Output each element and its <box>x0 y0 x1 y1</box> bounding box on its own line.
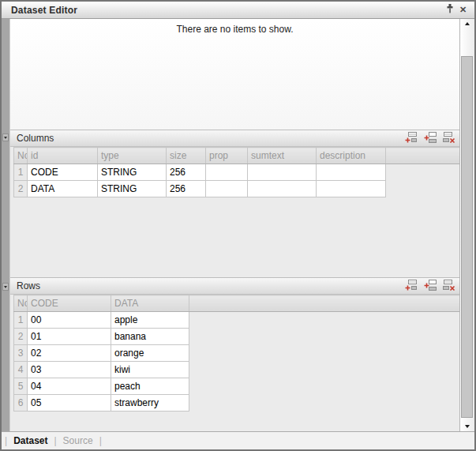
cell[interactable] <box>317 164 386 181</box>
vertical-scrollbar[interactable] <box>459 19 474 431</box>
header-filler <box>386 148 460 164</box>
add-row-icon <box>405 132 418 145</box>
cell[interactable]: DATA <box>28 181 98 197</box>
scroll-up-button[interactable] <box>460 22 474 25</box>
add-row-icon <box>405 280 418 293</box>
cell[interactable] <box>206 181 248 197</box>
row-filler <box>189 345 460 362</box>
cell[interactable]: 05 <box>28 395 111 412</box>
cell[interactable]: apple <box>111 312 189 329</box>
columns-section-header: Columns <box>10 130 459 147</box>
tab-source[interactable]: Source <box>63 435 93 446</box>
cell[interactable] <box>317 181 386 197</box>
rows-grid-wrap: NoCODEDATA 100apple201banana302orange403… <box>13 295 459 412</box>
column-header[interactable]: sumtext <box>248 148 317 164</box>
left-gutter <box>2 19 10 431</box>
header-filler <box>189 295 460 312</box>
cell[interactable]: peach <box>111 378 189 395</box>
table-row[interactable]: 100apple <box>14 312 460 329</box>
cell[interactable]: kiwi <box>111 362 189 378</box>
main-panel: There are no items to show. Columns <box>10 19 459 431</box>
row-number: 4 <box>14 362 28 378</box>
tab-separator: | <box>99 435 102 446</box>
cell[interactable]: STRING <box>98 164 167 181</box>
bottom-tab-bar: | Dataset | Source | <box>2 431 474 449</box>
chevron-down-icon <box>4 137 7 139</box>
column-header[interactable]: id <box>28 148 98 164</box>
cell[interactable]: strawberry <box>111 395 189 412</box>
add-row-button[interactable] <box>404 280 418 292</box>
insert-row-button[interactable] <box>423 133 437 145</box>
table-row[interactable]: 403kiwi <box>14 362 460 378</box>
add-row-button[interactable] <box>404 133 418 145</box>
columns-header-row: Noidtypesizepropsumtextdescription <box>14 148 460 164</box>
table-row[interactable]: 302orange <box>14 345 460 362</box>
cell[interactable]: 04 <box>28 378 111 395</box>
cell[interactable]: CODE <box>28 164 98 181</box>
delete-row-button[interactable] <box>442 280 455 292</box>
cell[interactable]: 02 <box>28 345 111 362</box>
tab-separator: | <box>5 435 7 446</box>
columns-grid-wrap: Noidtypesizepropsumtextdescription 1CODE… <box>13 147 459 197</box>
table-row[interactable]: 2DATASTRING256 <box>14 181 460 197</box>
column-header[interactable]: prop <box>206 148 248 164</box>
column-header[interactable]: No <box>14 295 28 312</box>
row-filler <box>189 378 460 395</box>
cell[interactable]: 00 <box>28 312 111 329</box>
table-row[interactable]: 201banana <box>14 329 460 345</box>
scroll-up-icon <box>465 22 470 25</box>
row-filler <box>189 329 460 345</box>
rows-table: NoCODEDATA 100apple201banana302orange403… <box>13 295 459 412</box>
tab-separator: | <box>54 435 56 446</box>
close-icon: ✕ <box>459 6 467 14</box>
insert-row-icon <box>424 280 437 293</box>
scrollbar-thumb[interactable] <box>461 56 473 418</box>
empty-message: There are no items to show. <box>10 19 459 35</box>
scroll-down-icon <box>465 425 470 428</box>
column-header[interactable]: DATA <box>111 295 189 312</box>
cell[interactable]: 03 <box>28 362 111 378</box>
columns-panel-filler <box>10 197 459 277</box>
close-button[interactable]: ✕ <box>456 4 470 17</box>
cell[interactable]: 01 <box>28 329 111 345</box>
table-row[interactable]: 605strawberry <box>14 395 460 412</box>
rows-collapse-button[interactable] <box>2 283 9 291</box>
cell[interactable]: orange <box>111 345 189 362</box>
tab-dataset[interactable]: Dataset <box>13 435 47 446</box>
column-header[interactable]: size <box>167 148 206 164</box>
columns-collapse-button[interactable] <box>2 133 9 141</box>
column-header[interactable]: type <box>98 148 167 164</box>
column-header[interactable]: CODE <box>28 295 111 312</box>
cell[interactable]: 256 <box>167 181 206 197</box>
cell[interactable]: STRING <box>98 181 167 197</box>
cell[interactable]: 256 <box>167 164 206 181</box>
row-number: 1 <box>14 312 28 329</box>
pin-button[interactable] <box>443 4 456 17</box>
delete-row-icon <box>443 280 455 293</box>
row-filler <box>189 312 460 329</box>
titlebar: Dataset Editor ✕ <box>2 2 474 19</box>
rows-header-row: NoCODEDATA <box>14 295 460 312</box>
insert-row-button[interactable] <box>423 280 437 292</box>
scroll-down-button[interactable] <box>460 425 474 428</box>
column-header[interactable]: description <box>317 148 386 164</box>
chevron-down-icon <box>4 286 7 288</box>
insert-row-icon <box>424 132 437 145</box>
row-number: 6 <box>14 395 28 412</box>
delete-row-button[interactable] <box>442 133 455 145</box>
columns-section-title: Columns <box>17 133 54 144</box>
columns-table: Noidtypesizepropsumtextdescription 1CODE… <box>13 147 459 197</box>
cell[interactable]: banana <box>111 329 189 345</box>
table-row[interactable]: 504peach <box>14 378 460 395</box>
cell[interactable] <box>248 164 317 181</box>
row-filler <box>386 181 460 197</box>
rows-toolbar <box>404 280 455 292</box>
cell[interactable] <box>248 181 317 197</box>
cell[interactable] <box>206 164 248 181</box>
row-number: 3 <box>14 345 28 362</box>
rows-section-header: Rows <box>10 277 459 295</box>
dataset-editor-window: Dataset Editor ✕ <box>0 0 476 451</box>
table-row[interactable]: 1CODESTRING256 <box>14 164 460 181</box>
row-number: 2 <box>14 181 28 197</box>
column-header[interactable]: No <box>14 148 28 164</box>
